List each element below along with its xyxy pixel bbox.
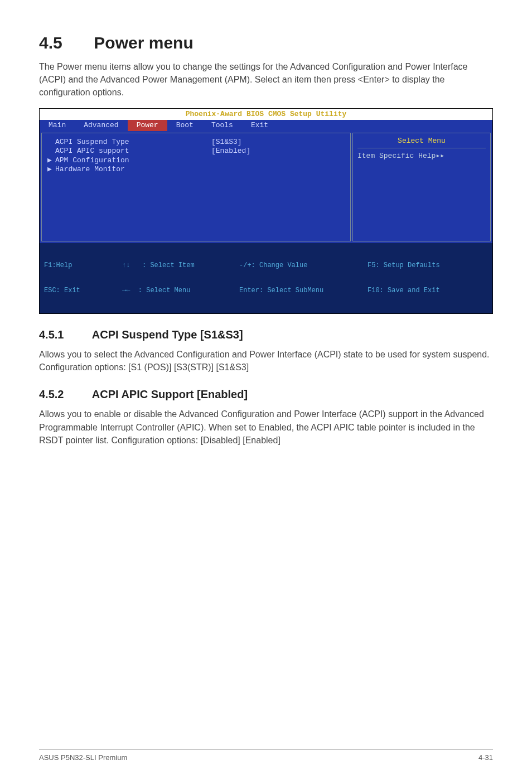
bios-menu-main[interactable]: Main	[40, 120, 75, 131]
page-footer: ASUS P5N32-SLI Premium 4-31	[39, 749, 493, 762]
bios-title: Phoenix-Award BIOS CMOS Setup Utility	[40, 109, 492, 120]
section-title: Power menu	[94, 33, 193, 52]
subsection-title: ACPI Suspend Type [S1&S3]	[92, 328, 243, 341]
subsection-body-452: Allows you to enable or disable the Adva…	[39, 408, 493, 447]
section-number: 4.5	[39, 33, 89, 52]
bios-select-menu-title: Select Menu	[357, 137, 486, 148]
bios-key-select-item: ↑↓ : Select Item	[122, 262, 239, 270]
bios-item-hardware-monitor[interactable]: ▶ Hardware Monitor	[47, 165, 345, 174]
bios-menubar: Main Advanced Power Boot Tools Exit	[40, 120, 492, 131]
subsection-title: ACPI APIC Support [Enabled]	[92, 388, 248, 400]
footer-product: ASUS P5N32-SLI Premium	[39, 753, 127, 762]
submenu-arrow-icon	[47, 147, 55, 156]
section-heading: 4.5 Power menu	[39, 33, 493, 52]
bios-menu-advanced[interactable]: Advanced	[75, 120, 127, 131]
subsection-heading-451: 4.5.1 ACPI Suspend Type [S1&S3]	[39, 328, 493, 341]
bios-menu-exit[interactable]: Exit	[242, 120, 277, 131]
bios-item-label: APM Configuration	[55, 156, 211, 165]
bios-item-label: Hardware Monitor	[55, 165, 211, 174]
submenu-arrow-icon: ▶	[47, 165, 55, 174]
bios-key-select-submenu: Enter: Select SubMenu	[239, 287, 367, 295]
bios-item-label: ACPI Suspend Type	[55, 138, 211, 147]
subsection-number: 4.5.1	[39, 328, 89, 341]
bios-menu-power[interactable]: Power	[128, 120, 167, 131]
bios-menu-tools[interactable]: Tools	[202, 120, 242, 131]
subsection-body-451: Allows you to select the Advanced Config…	[39, 348, 493, 374]
bios-left-pane: ACPI Suspend Type [S1&S3] ACPI APIC supp…	[41, 133, 351, 241]
subsection-heading-452: 4.5.2 ACPI APIC Support [Enabled]	[39, 388, 493, 401]
submenu-arrow-icon: ▶	[47, 156, 55, 165]
bios-footer: F1:Help ESC: Exit ↑↓ : Select Item →← : …	[40, 243, 492, 313]
bios-menu-boot[interactable]: Boot	[167, 120, 202, 131]
bios-right-pane: Select Menu Item Specific Help▸▸	[352, 133, 491, 241]
bios-item-acpi-suspend[interactable]: ACPI Suspend Type [S1&S3]	[47, 138, 345, 147]
bios-key-help: F1:Help	[44, 262, 122, 270]
bios-key-exit: ESC: Exit	[44, 287, 122, 295]
subsection-number: 4.5.2	[39, 388, 89, 401]
bios-item-help: Item Specific Help▸▸	[357, 152, 486, 161]
bios-key-select-menu: →← : Select Menu	[122, 287, 239, 295]
bios-key-save: F10: Save and Exit	[367, 287, 488, 295]
bios-item-value: [Enabled]	[211, 147, 250, 156]
bios-item-acpi-apic[interactable]: ACPI APIC support [Enabled]	[47, 147, 345, 156]
bios-key-defaults: F5: Setup Defaults	[367, 262, 488, 270]
footer-page-number: 4-31	[478, 753, 493, 762]
bios-window: Phoenix-Award BIOS CMOS Setup Utility Ma…	[39, 108, 493, 314]
bios-item-apm-config[interactable]: ▶ APM Configuration	[47, 156, 345, 165]
bios-item-label: ACPI APIC support	[55, 147, 211, 156]
submenu-arrow-icon	[47, 138, 55, 147]
section-intro: The Power menu items allow you to change…	[39, 60, 493, 99]
bios-item-value: [S1&S3]	[211, 138, 242, 147]
bios-key-change-value: -/+: Change Value	[239, 262, 367, 270]
